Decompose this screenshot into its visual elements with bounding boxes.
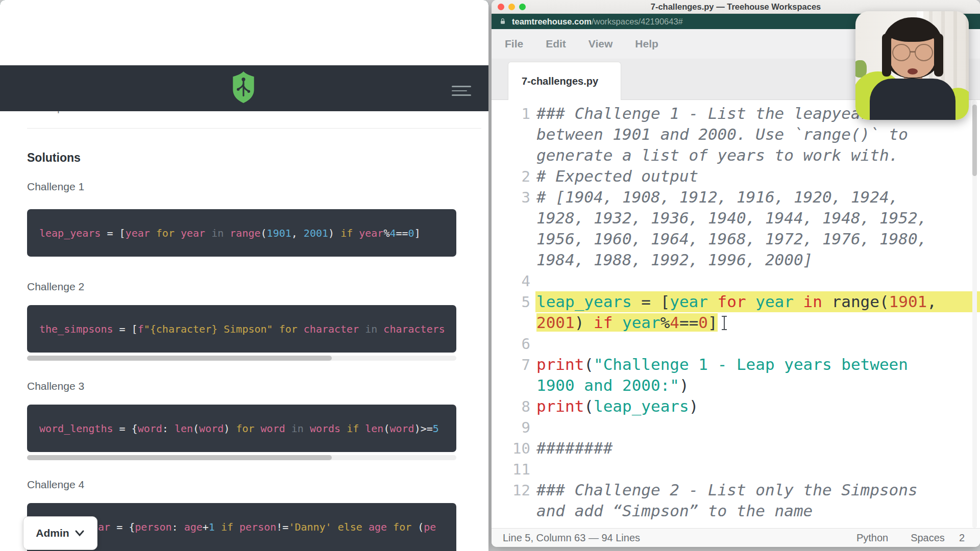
code-token: ] (414, 227, 421, 239)
code-token: leap_years (594, 397, 689, 415)
challenge-3-hscrollbar[interactable] (27, 455, 456, 460)
solutions-heading: Solutions (27, 151, 81, 165)
editor-line-row[interactable]: 2001) if year%4==0] (492, 312, 980, 333)
editor-line-row[interactable]: and add “Simpson” to the name (492, 500, 980, 521)
code-token: 'Danny' (288, 521, 331, 533)
code-token: person (239, 521, 276, 533)
tab-filename: 7-challenges.py (522, 76, 598, 87)
editor-line-row[interactable]: 1956, 1960, 1964, 1968, 1972, 1976, 1980… (492, 229, 980, 249)
glasses-lens (915, 44, 933, 61)
code-token: between 1901 and 2000. Use `range()` to (536, 125, 908, 143)
line-number: 7 (492, 356, 535, 373)
code-token: ( (418, 521, 424, 533)
editor-line-row[interactable]: 1984, 1988, 1992, 1996, 2000] (492, 249, 980, 270)
url-domain: teamtreehouse.com (512, 17, 592, 26)
challenge-1-code: leap_years = [year for year in range(190… (27, 209, 456, 257)
editor-line-row[interactable]: 7print("Challenge 1 - Leap years between (492, 354, 980, 375)
line-number: 3 (492, 189, 535, 206)
code-line: print("Challenge 1 - Leap years between (535, 354, 980, 375)
challenge-1-label: Challenge 1 (27, 181, 84, 193)
person-torso (870, 79, 955, 120)
code-token: = [ (113, 323, 138, 335)
editor-line-row[interactable]: 5leap_years = [year for year in range(19… (492, 291, 980, 312)
code-token: % (383, 227, 389, 239)
treehouse-logo-icon[interactable] (231, 71, 256, 103)
code-token: print (536, 397, 584, 415)
code-token: len (175, 422, 193, 435)
code-token: ( (584, 397, 594, 415)
code-token: % (660, 313, 670, 332)
admin-label: Admin (36, 527, 69, 539)
code-line: # [1904, 1908, 1912, 1916, 1920, 1924, (535, 187, 980, 208)
vscroll-thumb[interactable] (972, 105, 977, 176)
code-token: age (184, 521, 203, 533)
code-token: f (138, 323, 144, 335)
code-token: print (536, 355, 584, 373)
code-token: = [ (101, 227, 125, 239)
hamburger-menu-icon[interactable] (452, 86, 471, 96)
code-token: person (135, 521, 172, 533)
desktop: Workspaces Solutions Challenge 1 leap_ye… (0, 0, 980, 551)
code-token: 4 (670, 313, 679, 332)
editor-line-row[interactable]: 1928, 1932, 1936, 1940, 1944, 1948, 1952… (492, 208, 980, 229)
indent-label[interactable]: Spaces (911, 532, 945, 544)
code-token: ### Challenge 1 - List the leapyears (536, 104, 879, 122)
code-token: for (708, 292, 755, 311)
editor-line-row[interactable]: 3# [1904, 1908, 1912, 1916, 1920, 1924, (492, 187, 980, 208)
editor-line-row[interactable]: 12### Challenge 2 - List only the Simpso… (492, 480, 980, 500)
editor-line-row[interactable]: 2# Expected output (492, 166, 980, 187)
code-token: != (276, 521, 288, 533)
code-token: ( (383, 422, 389, 435)
editor-line-row[interactable]: 8print(leap_years) (492, 396, 980, 417)
menu-help[interactable]: Help (635, 38, 658, 50)
code-line: ######## (535, 438, 980, 459)
indent-value[interactable]: 2 (959, 532, 965, 544)
chrome-browser-window: Workspaces Solutions Challenge 1 leap_ye… (0, 0, 488, 551)
code-line: 1956, 1960, 1964, 1968, 1972, 1976, 1980… (535, 229, 980, 249)
person-bangs (887, 21, 938, 42)
code-line: between 1901 and 2000. Use `range()` to (535, 124, 980, 145)
code-token: for (236, 422, 260, 435)
code-token: in (205, 227, 230, 239)
code-token: year (126, 227, 150, 239)
code-token: for (273, 323, 304, 335)
line-number: 6 (492, 335, 535, 353)
editor-line-row[interactable]: 6 (492, 333, 980, 354)
code-token: = { (110, 521, 135, 533)
line-number: 9 (492, 419, 535, 436)
editor-line-row[interactable]: generate a list of years to work with. (492, 145, 980, 166)
language-mode[interactable]: Python (856, 532, 888, 544)
hscroll-thumb[interactable] (27, 356, 332, 361)
tab-7-challenges[interactable]: 7-challenges.py (508, 62, 621, 101)
editor-vscrollbar[interactable] (972, 100, 977, 528)
code-token: character (304, 323, 359, 335)
admin-button[interactable]: Admin (23, 516, 97, 550)
code-token: # Expected output (536, 167, 698, 185)
code-token: year (670, 292, 708, 311)
editor-line-row[interactable]: 10######## (492, 438, 980, 459)
editor-line-row[interactable]: between 1901 and 2000. Use `range()` to (492, 124, 980, 145)
code-token: , (927, 292, 937, 311)
code-token: if (215, 521, 239, 533)
challenge-2-code: the_simpsons = [f"{character} Simpson" f… (27, 305, 456, 353)
code-token: "{character} Simpson" (144, 323, 273, 335)
code-line: print(leap_years) (535, 396, 980, 417)
menu-file[interactable]: File (505, 38, 523, 50)
editor-line-row[interactable]: 9 (492, 417, 980, 438)
code-editor[interactable]: 1### Challenge 1 - List the leapyearsbet… (492, 100, 980, 528)
code-token: ( (193, 422, 199, 435)
code-token: if (340, 422, 365, 435)
code-token: the_simpsons (39, 323, 113, 335)
hscroll-thumb[interactable] (27, 455, 332, 460)
menu-view[interactable]: View (589, 38, 612, 50)
menu-edit[interactable]: Edit (546, 38, 566, 50)
editor-line-row[interactable]: 11 (492, 459, 980, 480)
editor-line-row[interactable]: 1900 and 2000:") (492, 375, 980, 396)
lock-icon (499, 17, 507, 26)
code-token: year (359, 227, 383, 239)
code-token: ) (679, 376, 689, 394)
challenge-2-hscrollbar[interactable] (27, 356, 456, 361)
code-token: ] (708, 313, 718, 332)
code-token: 1956, 1960, 1964, 1968, 1972, 1976, 1980… (536, 230, 927, 248)
editor-line-row[interactable]: 4 (492, 270, 980, 291)
